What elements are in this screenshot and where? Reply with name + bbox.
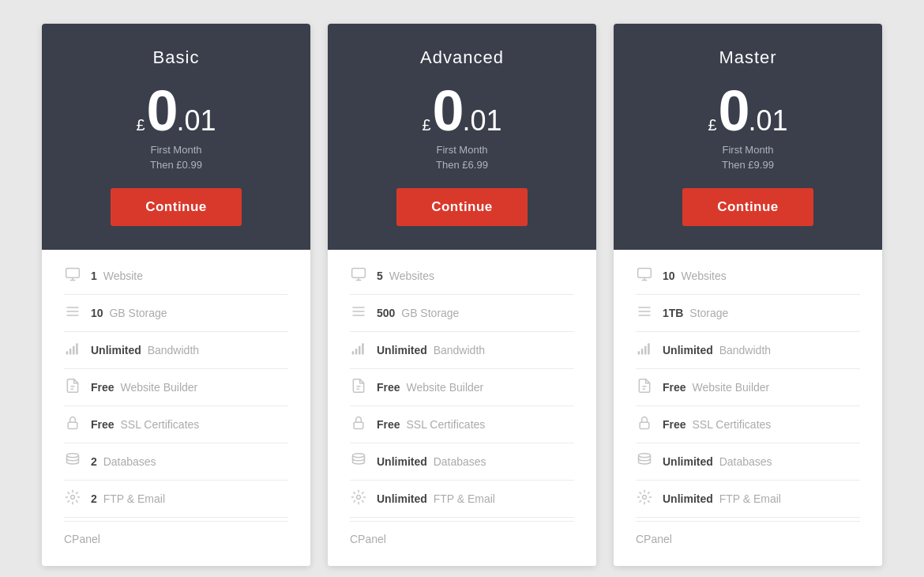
price-main-advanced: 0 bbox=[433, 82, 463, 139]
svg-point-43 bbox=[639, 454, 651, 458]
feature-item-basic-3: Free Website Builder bbox=[64, 369, 288, 406]
feature-icon-ssl-4 bbox=[636, 415, 653, 434]
feature-label-master-5: Databases bbox=[719, 455, 772, 468]
feature-item-basic-2: Unlimited Bandwidth bbox=[64, 332, 288, 369]
feature-item-basic-6: 2 FTP & Email bbox=[64, 481, 288, 518]
price-decimal-basic: .01 bbox=[177, 104, 216, 138]
pricing-card-basic: Basic £ 0 .01 First Month Then £0.99 Con… bbox=[42, 24, 310, 566]
feature-highlight-basic-4: Free bbox=[91, 418, 115, 431]
feature-label-advanced-4: SSL Certificates bbox=[406, 418, 485, 431]
feature-item-advanced-0: 5 Websites bbox=[350, 258, 574, 295]
then-price-basic: Then £0.99 bbox=[58, 159, 295, 171]
feature-item-basic-1: 10 GB Storage bbox=[64, 295, 288, 332]
svg-point-28 bbox=[353, 454, 365, 458]
svg-point-13 bbox=[67, 454, 79, 458]
feature-icon-bandwidth-2 bbox=[64, 341, 81, 360]
feature-text-basic-4: Free SSL Certificates bbox=[91, 418, 199, 431]
feature-text-advanced-3: Free Website Builder bbox=[377, 381, 483, 394]
feature-label-advanced-0: Websites bbox=[389, 270, 434, 282]
feature-highlight-advanced-4: Free bbox=[377, 418, 400, 431]
feature-icon-ssl-4 bbox=[64, 415, 81, 434]
feature-item-master-6: Unlimited FTP & Email bbox=[636, 481, 860, 518]
price-main-basic: 0 bbox=[147, 82, 177, 139]
feature-label-basic-1: GB Storage bbox=[109, 307, 167, 319]
feature-label-advanced-6: FTP & Email bbox=[434, 492, 495, 505]
feature-item-advanced-1: 500 GB Storage bbox=[350, 295, 574, 332]
feature-item-master-4: Free SSL Certificates bbox=[636, 406, 860, 443]
cpanel-label-master: CPanel bbox=[636, 533, 672, 545]
svg-rect-22 bbox=[355, 349, 358, 355]
feature-highlight-basic-6: 2 bbox=[91, 492, 97, 505]
cpanel-label-advanced: CPanel bbox=[350, 533, 386, 545]
feature-text-advanced-0: 5 Websites bbox=[377, 270, 434, 282]
svg-rect-36 bbox=[638, 351, 640, 354]
feature-icon-ftp-6 bbox=[64, 489, 81, 508]
feature-label-basic-4: SSL Certificates bbox=[120, 418, 199, 431]
feature-label-master-0: Websites bbox=[681, 270, 726, 282]
feature-highlight-basic-2: Unlimited bbox=[91, 344, 141, 356]
feature-icon-ssl-4 bbox=[350, 415, 367, 434]
feature-label-master-3: Website Builder bbox=[692, 381, 769, 394]
svg-rect-23 bbox=[359, 346, 361, 355]
price-main-master: 0 bbox=[719, 82, 749, 139]
svg-rect-37 bbox=[641, 349, 644, 355]
feature-text-master-3: Free Website Builder bbox=[663, 381, 769, 394]
feature-text-basic-6: 2 FTP & Email bbox=[91, 492, 165, 505]
svg-point-14 bbox=[71, 496, 75, 500]
feature-label-advanced-2: Bandwidth bbox=[434, 344, 485, 356]
svg-rect-6 bbox=[66, 351, 69, 354]
card-features-advanced: 5 Websites 500 GB Storage Unlimited Band… bbox=[328, 250, 596, 566]
price-decimal-advanced: .01 bbox=[463, 104, 502, 138]
feature-icon-storage-1 bbox=[350, 304, 367, 322]
feature-text-advanced-4: Free SSL Certificates bbox=[377, 418, 485, 431]
svg-rect-15 bbox=[352, 269, 366, 278]
feature-icon-storage-1 bbox=[636, 304, 653, 322]
feature-highlight-basic-5: 2 bbox=[91, 455, 97, 468]
feature-icon-ftp-6 bbox=[636, 489, 653, 508]
continue-button-master[interactable]: Continue bbox=[682, 188, 813, 226]
cpanel-row-advanced: CPanel bbox=[350, 521, 574, 550]
feature-icon-bandwidth-2 bbox=[350, 341, 367, 360]
feature-text-advanced-2: Unlimited Bandwidth bbox=[377, 344, 485, 356]
feature-highlight-advanced-6: Unlimited bbox=[377, 492, 427, 505]
continue-button-basic[interactable]: Continue bbox=[111, 188, 242, 226]
feature-item-basic-0: 1 Website bbox=[64, 258, 288, 295]
then-price-advanced: Then £6.99 bbox=[344, 159, 580, 171]
feature-item-basic-4: Free SSL Certificates bbox=[64, 406, 288, 443]
svg-rect-0 bbox=[66, 269, 80, 278]
feature-highlight-basic-3: Free bbox=[91, 381, 115, 394]
first-month-master: First Month bbox=[629, 144, 866, 156]
currency-basic: £ bbox=[136, 117, 145, 133]
feature-highlight-advanced-0: 5 bbox=[377, 270, 383, 282]
feature-highlight-advanced-2: Unlimited bbox=[377, 344, 427, 356]
feature-text-basic-1: 10 GB Storage bbox=[91, 307, 167, 319]
feature-icon-db-5 bbox=[636, 452, 653, 471]
first-month-basic: First Month bbox=[58, 144, 295, 156]
feature-icon-monitor-0 bbox=[350, 266, 367, 285]
svg-rect-21 bbox=[352, 351, 355, 354]
card-title-basic: Basic bbox=[58, 47, 295, 68]
feature-icon-monitor-0 bbox=[64, 266, 81, 285]
feature-highlight-basic-0: 1 bbox=[91, 270, 97, 282]
feature-icon-builder-3 bbox=[64, 378, 81, 397]
feature-item-master-2: Unlimited Bandwidth bbox=[636, 332, 860, 369]
currency-master: £ bbox=[708, 117, 716, 133]
feature-label-master-4: SSL Certificates bbox=[692, 418, 771, 431]
feature-icon-builder-3 bbox=[350, 378, 367, 397]
svg-rect-42 bbox=[640, 422, 649, 428]
svg-rect-9 bbox=[76, 343, 78, 354]
price-block-basic: £ 0 .01 bbox=[58, 82, 295, 139]
feature-text-master-6: Unlimited FTP & Email bbox=[663, 492, 781, 505]
svg-point-44 bbox=[643, 496, 647, 500]
feature-icon-ftp-6 bbox=[350, 489, 367, 508]
cpanel-label-basic: CPanel bbox=[64, 533, 100, 545]
feature-highlight-master-3: Free bbox=[663, 381, 686, 394]
feature-highlight-master-2: Unlimited bbox=[663, 344, 713, 356]
first-month-advanced: First Month bbox=[344, 144, 580, 156]
continue-button-advanced[interactable]: Continue bbox=[396, 188, 528, 226]
feature-item-advanced-5: Unlimited Databases bbox=[350, 443, 574, 481]
feature-label-master-2: Bandwidth bbox=[719, 344, 771, 356]
feature-text-basic-0: 1 Website bbox=[91, 270, 143, 282]
feature-item-master-3: Free Website Builder bbox=[636, 369, 860, 406]
feature-highlight-master-1: 1TB bbox=[663, 307, 683, 319]
